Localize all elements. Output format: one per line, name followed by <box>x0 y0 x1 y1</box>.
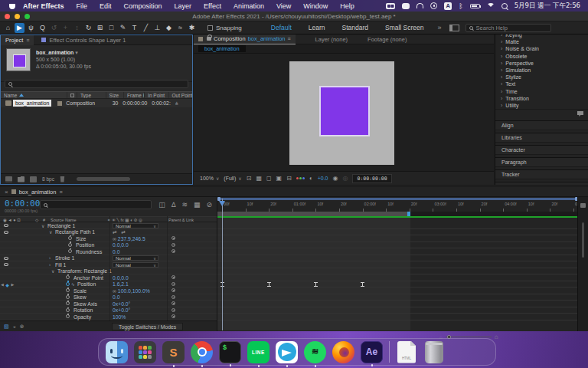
column-out-point[interactable]: Out Point <box>169 92 192 98</box>
timeline-row-skew[interactable]: Skew0.0 <box>0 294 217 301</box>
visibility-eye-icon[interactable] <box>4 257 8 260</box>
panel-menu-icon[interactable]: ≡ <box>59 189 62 195</box>
menu-item-effect[interactable]: Effect <box>204 2 221 10</box>
comp-marker-bin-icon[interactable] <box>580 203 586 208</box>
timeline-row-opacity[interactable]: Opacity100% <box>0 314 217 320</box>
expand-in-out-icon[interactable]: ⊛ <box>20 324 24 330</box>
chat-icon[interactable] <box>402 3 410 9</box>
expand-layer-switches-icon[interactable]: ▧ <box>4 324 9 330</box>
column-type[interactable]: Type <box>77 92 106 98</box>
menu-item-layer[interactable]: Layer <box>175 2 192 10</box>
headphones-icon[interactable] <box>416 3 423 8</box>
panel-menu-icon[interactable]: ≡ <box>26 38 29 43</box>
visibility-eye-icon[interactable] <box>4 263 8 266</box>
dock-terminal-icon[interactable]: $ <box>219 341 241 363</box>
new-composition-icon[interactable] <box>30 176 37 182</box>
stopwatch-icon[interactable] <box>66 288 70 292</box>
next-keyframe-icon[interactable]: ▶ <box>11 282 14 287</box>
choose-grid-guides-icon[interactable]: ⊡ <box>247 175 252 182</box>
value-text[interactable]: 1.6,2.1 <box>113 281 129 287</box>
tab-effect-controls[interactable]: Effect Controls Shape Layer 1 <box>49 37 126 44</box>
pan-camera-tool-icon[interactable]: + <box>60 23 70 33</box>
tab-timeline-comp[interactable]: box_animation <box>19 189 57 196</box>
column-frame-rate[interactable]: Frame Ra.. <box>124 92 145 98</box>
home-tool-icon[interactable]: ⌂ <box>3 23 13 33</box>
stopwatch-icon[interactable] <box>68 236 72 240</box>
dock-finder-icon[interactable] <box>106 341 128 363</box>
panel-tracker[interactable]: Tracker <box>495 169 588 179</box>
item-label-color[interactable] <box>57 101 62 106</box>
apple-menu-icon[interactable] <box>9 2 15 9</box>
tab-footage[interactable]: Footage (none) <box>368 36 407 43</box>
timeline-search-input[interactable] <box>40 200 152 209</box>
time-ruler[interactable]: 00f10f20f01:00f10f20f02:00f10f20f03:00f1… <box>217 202 578 212</box>
dock-sublime-text-icon[interactable]: S <box>162 341 185 363</box>
battery-icon[interactable] <box>470 4 480 8</box>
input-source-icon[interactable]: A <box>444 2 452 10</box>
project-search-input[interactable] <box>5 80 188 88</box>
twirl-closed-icon[interactable]: › <box>49 255 51 260</box>
brush-tool-icon[interactable]: ╱ <box>141 23 151 33</box>
workspace-small-screen[interactable]: Small Screen <box>385 24 424 31</box>
twirl-closed-icon[interactable]: › <box>49 262 51 267</box>
composition-mini-flowchart-icon[interactable]: ◫ <box>158 201 165 209</box>
search-help-box[interactable]: Search Help <box>466 24 551 32</box>
zoom-tool-icon[interactable]: Q <box>38 23 47 33</box>
creative-cloud-icon[interactable] <box>386 3 395 9</box>
horizontal-scrollbar[interactable] <box>77 177 130 181</box>
value-text[interactable]: 100% <box>113 314 126 320</box>
expand-transfer-controls-icon[interactable]: ◒ <box>13 324 16 330</box>
timeline-row-stroke-1[interactable]: ›Stroke 1Normal <box>0 255 217 262</box>
timeline-row-fill-1[interactable]: ›Fill 1Normal <box>0 261 217 268</box>
dock-spotify-icon[interactable]: ≋ <box>304 341 326 363</box>
value-text[interactable]: 0.0,0.0 <box>113 242 129 248</box>
value-text[interactable]: 0.0,0.0 <box>113 275 129 281</box>
pickwhip-icon[interactable] <box>172 249 175 253</box>
effects-category-matte[interactable]: ›Matte <box>495 38 588 45</box>
workspace-overflow-chevrons[interactable]: » <box>438 24 442 31</box>
effects-category-stylize[interactable]: ›Stylize <box>495 74 588 80</box>
composition-stage[interactable] <box>194 54 494 171</box>
playhead-line[interactable] <box>222 199 223 330</box>
draft-3d-icon[interactable]: ∆ <box>172 201 176 209</box>
pickwhip-icon[interactable] <box>172 301 175 305</box>
breadcrumb-comp-chip[interactable]: box_animation <box>198 45 246 52</box>
graph-rows-background[interactable] <box>217 218 578 330</box>
time-navigator-bar[interactable] <box>217 198 578 200</box>
timeline-row-roundness[interactable]: Roundness0.0 <box>0 248 217 255</box>
effects-category-utility[interactable]: ›Utility <box>495 102 588 109</box>
effects-category-time[interactable]: ›Time <box>495 88 588 95</box>
toggle-mask-icon[interactable]: ▦ <box>256 175 262 182</box>
blend-mode-dropdown[interactable]: Normal <box>113 223 158 228</box>
dolly-camera-tool-icon[interactable]: ↕ <box>72 23 82 33</box>
hand-tool-icon[interactable]: ψ <box>26 23 36 33</box>
effects-category-obsolete[interactable]: ›Obsolete <box>495 53 588 60</box>
roto-brush-tool-icon[interactable]: ≈ <box>175 23 185 33</box>
workspace-standard[interactable]: Standard <box>342 24 369 31</box>
menu-item-window[interactable]: Window <box>303 2 328 10</box>
visibility-eye-icon[interactable] <box>4 231 8 234</box>
timeline-row-skew-axis[interactable]: Skew Axis0x+0.0° <box>0 301 217 307</box>
color-management-icon[interactable]: ◐ <box>309 175 313 182</box>
camera-tool-icon[interactable]: ⊞ <box>95 23 105 33</box>
resolution-dropdown[interactable]: (Full)∨ <box>224 176 241 181</box>
stopwatch-icon[interactable] <box>66 295 70 299</box>
close-tab-icon[interactable]: × <box>5 189 8 196</box>
graph-editor-icon[interactable]: ∿ <box>71 282 75 287</box>
menu-bar-clock[interactable]: 5月9日 週一 下午2:56 <box>514 2 580 11</box>
timeline-row-scale[interactable]: Scale∞100.0,100.0% <box>0 288 217 294</box>
interpret-footage-icon[interactable] <box>5 176 12 182</box>
value-text[interactable]: 0x+0.0° <box>113 301 130 307</box>
stopwatch-icon[interactable] <box>68 243 72 247</box>
property-value[interactable]: ∞100.0,100.0% <box>113 288 150 294</box>
dock-telegram-icon[interactable] <box>276 341 298 363</box>
timeline-row-rectangle-path-1[interactable]: ∨Rectangle Path 1⇄ ⇄ <box>0 229 217 236</box>
tab-composition[interactable]: Composition box_animation ≡ <box>194 34 296 44</box>
motion-blur-icon[interactable]: ⊘ <box>206 201 212 209</box>
selection-tool-icon[interactable]: ▶ <box>15 23 24 33</box>
keyframe-icon[interactable] <box>314 282 318 287</box>
menu-item-file[interactable]: File <box>77 2 88 10</box>
value-text[interactable]: 0.0 <box>113 249 119 255</box>
property-value[interactable]: 0x+0.0° <box>113 307 130 313</box>
property-value[interactable]: 100% <box>113 314 126 320</box>
